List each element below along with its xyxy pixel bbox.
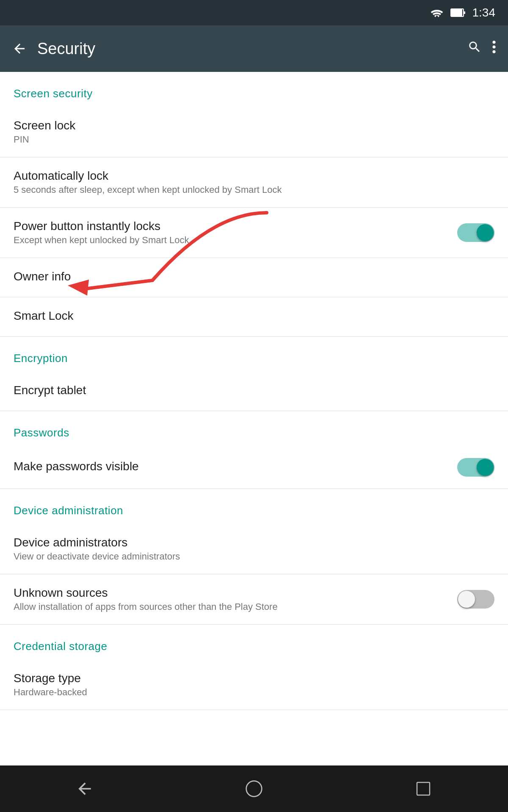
storage-type-title: Storage type xyxy=(14,672,494,685)
power-button-toggle-knob xyxy=(477,224,494,241)
passwords-visible-toggle[interactable] xyxy=(457,458,494,477)
unknown-sources-text: Unknown sources Allow installation of ap… xyxy=(14,586,449,612)
unknown-sources-subtitle: Allow installation of apps from sources … xyxy=(14,601,449,612)
power-button-subtitle: Except when kept unlocked by Smart Lock xyxy=(14,235,449,246)
smart-lock-container: Smart Lock xyxy=(0,297,508,337)
auto-lock-subtitle: 5 seconds after sleep, except when kept … xyxy=(14,184,494,195)
battery-icon xyxy=(450,8,466,18)
more-options-button[interactable] xyxy=(492,40,496,58)
status-bar: 1:34 xyxy=(0,0,508,25)
section-header-encryption: Encryption xyxy=(0,337,508,372)
section-header-credential-storage: Credential storage xyxy=(0,625,508,660)
passwords-visible-toggle-knob xyxy=(477,459,494,476)
back-button[interactable] xyxy=(12,41,27,56)
section-header-passwords: Passwords xyxy=(0,411,508,446)
settings-item-device-administrators[interactable]: Device administrators View or deactivate… xyxy=(0,524,508,574)
section-header-screen-security: Screen security xyxy=(0,72,508,107)
settings-item-auto-lock[interactable]: Automatically lock 5 seconds after sleep… xyxy=(0,157,508,208)
encrypt-tablet-title: Encrypt tablet xyxy=(14,384,494,397)
page-title: Security xyxy=(37,40,457,58)
passwords-visible-title: Make passwords visible xyxy=(14,460,449,473)
settings-item-power-button[interactable]: Power button instantly locks Except when… xyxy=(0,208,508,258)
encrypt-tablet-text: Encrypt tablet xyxy=(14,384,494,399)
settings-item-smart-lock[interactable]: Smart Lock xyxy=(0,297,508,337)
device-administrators-title: Device administrators xyxy=(14,536,494,549)
svg-rect-8 xyxy=(417,782,430,795)
settings-item-unknown-sources[interactable]: Unknown sources Allow installation of ap… xyxy=(0,574,508,625)
bottom-nav xyxy=(0,765,508,812)
svg-point-5 xyxy=(492,50,495,53)
svg-point-7 xyxy=(246,781,262,797)
settings-item-encrypt-tablet[interactable]: Encrypt tablet xyxy=(0,372,508,411)
owner-info-text: Owner info xyxy=(14,270,494,285)
storage-type-subtitle: Hardware-backed xyxy=(14,687,494,698)
svg-rect-1 xyxy=(464,11,465,14)
status-icons: 1:34 xyxy=(430,6,496,19)
wifi-icon xyxy=(430,8,444,18)
power-button-title: Power button instantly locks xyxy=(14,219,449,233)
screen-lock-title: Screen lock xyxy=(14,119,494,132)
unknown-sources-title: Unknown sources xyxy=(14,586,449,600)
app-bar-actions xyxy=(467,40,496,58)
screen-lock-subtitle: PIN xyxy=(14,134,494,145)
screen-lock-text: Screen lock PIN xyxy=(14,119,494,145)
auto-lock-title: Automatically lock xyxy=(14,169,494,183)
settings-item-screen-lock[interactable]: Screen lock PIN xyxy=(0,107,508,157)
settings-item-passwords-visible[interactable]: Make passwords visible xyxy=(0,446,508,489)
smart-lock-title: Smart Lock xyxy=(14,309,494,323)
status-time: 1:34 xyxy=(472,6,496,19)
svg-rect-2 xyxy=(451,9,462,16)
settings-item-owner-info[interactable]: Owner info xyxy=(0,258,508,297)
nav-back-button[interactable] xyxy=(68,772,102,806)
device-administrators-subtitle: View or deactivate device administrators xyxy=(14,551,494,562)
search-button[interactable] xyxy=(467,40,482,58)
settings-content: Screen security Screen lock PIN Automati… xyxy=(0,72,508,757)
nav-home-button[interactable] xyxy=(237,772,271,806)
nav-recents-button[interactable] xyxy=(406,772,440,806)
power-button-text: Power button instantly locks Except when… xyxy=(14,219,449,246)
storage-type-text: Storage type Hardware-backed xyxy=(14,672,494,698)
app-bar: Security xyxy=(0,25,508,72)
svg-point-4 xyxy=(492,45,495,48)
svg-point-3 xyxy=(492,41,495,44)
owner-info-title: Owner info xyxy=(14,270,494,283)
auto-lock-text: Automatically lock 5 seconds after sleep… xyxy=(14,169,494,195)
passwords-visible-text: Make passwords visible xyxy=(14,460,449,475)
unknown-sources-toggle[interactable] xyxy=(457,590,494,609)
device-administrators-text: Device administrators View or deactivate… xyxy=(14,536,494,562)
unknown-sources-toggle-knob xyxy=(458,591,475,608)
settings-item-storage-type[interactable]: Storage type Hardware-backed xyxy=(0,660,508,710)
smart-lock-text: Smart Lock xyxy=(14,309,494,324)
section-header-device-admin: Device administration xyxy=(0,489,508,524)
power-button-toggle[interactable] xyxy=(457,223,494,242)
